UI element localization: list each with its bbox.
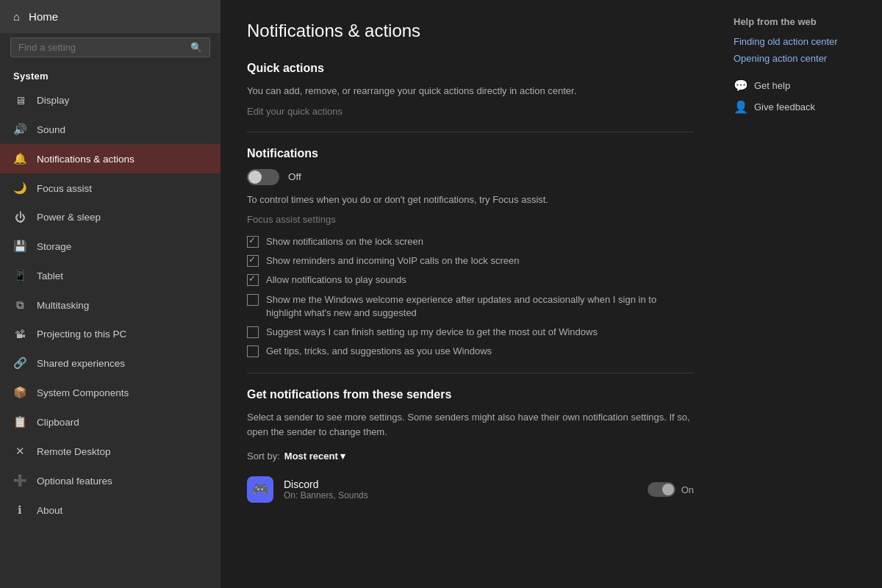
- sort-chevron-icon: ▾: [340, 451, 345, 462]
- sidebar-item-label: Tablet: [37, 270, 63, 282]
- checkbox-label-setup: Suggest ways I can finish setting up my …: [266, 326, 598, 339]
- get-help-action[interactable]: 💬 Get help: [734, 79, 869, 93]
- notifications-toggle-row: Off: [247, 169, 694, 185]
- checkbox-setup[interactable]: [247, 326, 259, 338]
- about-icon: ℹ: [13, 503, 26, 517]
- sidebar-item-shared[interactable]: 🔗 Shared experiences: [0, 348, 220, 378]
- sidebar-item-multitasking[interactable]: ⧉ Multitasking: [0, 290, 220, 320]
- shared-icon: 🔗: [13, 356, 26, 370]
- sidebar-item-clipboard[interactable]: 📋 Clipboard: [0, 407, 220, 437]
- sidebar-item-notifications[interactable]: 🔔 Notifications & actions: [0, 144, 220, 173]
- main-content: Notifications & actions Quick actions Yo…: [220, 0, 720, 588]
- discord-toggle-label: On: [681, 484, 694, 495]
- senders-title: Get notifications from these senders: [247, 388, 694, 401]
- focus-icon: 🌙: [13, 182, 26, 195]
- sidebar-item-power[interactable]: ⏻ Power & sleep: [0, 203, 220, 232]
- page-title: Notifications & actions: [247, 21, 694, 41]
- help-link-finding[interactable]: Finding old action center: [734, 36, 869, 47]
- sidebar-item-label: Optional features: [37, 476, 112, 487]
- sidebar-item-label: Storage: [37, 241, 71, 252]
- sound-icon: 🔊: [13, 123, 26, 136]
- checkbox-label-tips: Get tips, tricks, and suggestions as you…: [266, 345, 492, 358]
- checkbox-label-welcome: Show me the Windows welcome experience a…: [266, 293, 694, 320]
- sidebar-home[interactable]: ⌂ Home: [0, 0, 220, 33]
- sidebar-item-label: About: [37, 505, 62, 516]
- toggle-knob: [248, 171, 262, 184]
- get-help-label: Get help: [754, 80, 790, 91]
- sidebar-item-label: System Components: [37, 387, 129, 398]
- app-row-discord[interactable]: 🎮 Discord On: Banners, Sounds On: [247, 470, 694, 509]
- projecting-icon: 📽: [13, 328, 26, 340]
- sidebar-item-label: Multitasking: [37, 300, 89, 311]
- sidebar-item-label: Projecting to this PC: [37, 329, 126, 340]
- sidebar-item-about[interactable]: ℹ About: [0, 495, 220, 525]
- help-actions: 💬 Get help 👤 Give feedback: [734, 79, 869, 114]
- optional-icon: ➕: [13, 474, 26, 487]
- checkbox-row-welcome: Show me the Windows welcome experience a…: [247, 293, 694, 320]
- discord-sub: On: Banners, Sounds: [284, 490, 637, 501]
- toggle-off-label: Off: [288, 171, 301, 182]
- help-link-opening[interactable]: Opening action center: [734, 53, 869, 64]
- right-panel: Help from the web Finding old action cen…: [720, 0, 882, 588]
- sidebar: ⌂ Home 🔍 System 🖥 Display 🔊 Sound 🔔 Noti…: [0, 0, 220, 588]
- checkbox-row-lock-screen: Show notifications on the lock screen: [247, 235, 694, 248]
- checkbox-label-voip: Show reminders and incoming VoIP calls o…: [266, 254, 519, 268]
- sidebar-item-focus[interactable]: 🌙 Focus assist: [0, 173, 220, 203]
- sidebar-item-label: Clipboard: [37, 417, 79, 428]
- checkbox-label-lock-screen: Show notifications on the lock screen: [266, 235, 423, 248]
- checkbox-lock-screen[interactable]: [247, 236, 259, 248]
- home-icon: ⌂: [13, 10, 20, 23]
- notifications-toggle[interactable]: [247, 169, 279, 185]
- remote-icon: ✕: [13, 445, 26, 458]
- sidebar-item-label: Remote Desktop: [37, 446, 111, 457]
- checkbox-sounds[interactable]: [247, 274, 259, 286]
- sidebar-item-optional[interactable]: ➕ Optional features: [0, 466, 220, 495]
- sidebar-search-container: 🔍: [10, 37, 210, 57]
- checkbox-voip[interactable]: [247, 255, 259, 267]
- display-icon: 🖥: [13, 94, 26, 107]
- sidebar-home-label: Home: [29, 10, 58, 23]
- sidebar-item-remote[interactable]: ✕ Remote Desktop: [0, 437, 220, 466]
- sort-value[interactable]: Most recent ▾: [284, 451, 346, 462]
- divider-1: [247, 132, 694, 132]
- sidebar-item-storage[interactable]: 💾 Storage: [0, 232, 220, 261]
- discord-icon: 🎮: [247, 476, 273, 503]
- divider-2: [247, 373, 694, 373]
- give-feedback-label: Give feedback: [754, 101, 815, 112]
- focus-assist-link[interactable]: Focus assist settings: [247, 214, 694, 225]
- checkbox-welcome[interactable]: [247, 294, 259, 306]
- tablet-icon: 📱: [13, 269, 26, 282]
- storage-icon: 💾: [13, 240, 26, 253]
- sidebar-item-tablet[interactable]: 📱 Tablet: [0, 261, 220, 290]
- give-feedback-action[interactable]: 👤 Give feedback: [734, 100, 869, 114]
- get-help-icon: 💬: [734, 79, 748, 93]
- sort-label: Sort by:: [247, 451, 280, 462]
- app-container: ⌂ Home 🔍 System 🖥 Display 🔊 Sound 🔔 Noti…: [0, 0, 882, 588]
- sidebar-item-label: Display: [37, 95, 69, 106]
- notifications-icon: 🔔: [13, 152, 26, 165]
- checkboxes-container: Show notifications on the lock screen Sh…: [247, 235, 694, 358]
- help-section-title: Help from the web: [734, 16, 869, 27]
- checkbox-row-tips: Get tips, tricks, and suggestions as you…: [247, 345, 694, 358]
- focus-assist-desc: To control times when you do or don't ge…: [247, 193, 694, 207]
- discord-toggle-knob: [662, 484, 674, 495]
- sidebar-item-label: Sound: [37, 124, 65, 135]
- discord-toggle[interactable]: [648, 482, 675, 497]
- quick-actions-desc: You can add, remove, or rearrange your q…: [247, 84, 694, 98]
- search-icon: 🔍: [190, 42, 202, 53]
- sidebar-item-label: Focus assist: [37, 183, 92, 194]
- checkbox-tips[interactable]: [247, 345, 259, 357]
- sidebar-item-sound[interactable]: 🔊 Sound: [0, 115, 220, 144]
- checkbox-label-sounds: Allow notifications to play sounds: [266, 273, 406, 287]
- sidebar-item-system-components[interactable]: 📦 System Components: [0, 378, 220, 407]
- sidebar-item-display[interactable]: 🖥 Display: [0, 86, 220, 115]
- multitasking-icon: ⧉: [13, 298, 26, 312]
- sidebar-item-label: Power & sleep: [37, 212, 101, 223]
- sidebar-item-label: Shared experiences: [37, 358, 125, 369]
- checkbox-row-setup: Suggest ways I can finish setting up my …: [247, 326, 694, 339]
- give-feedback-icon: 👤: [734, 100, 748, 114]
- sidebar-item-projecting[interactable]: 📽 Projecting to this PC: [0, 320, 220, 348]
- sidebar-item-label: Notifications & actions: [37, 154, 135, 165]
- edit-quick-actions-link[interactable]: Edit your quick actions: [247, 106, 694, 117]
- search-input[interactable]: [18, 42, 190, 53]
